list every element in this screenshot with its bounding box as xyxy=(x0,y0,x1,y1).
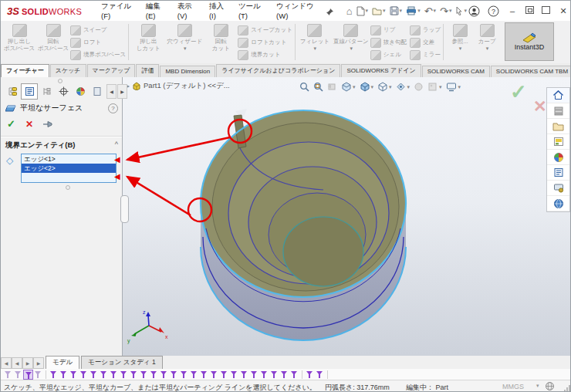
filter-solid-bodies-icon[interactable] xyxy=(89,370,99,380)
tab-scroll-left[interactable]: ◀ xyxy=(106,84,117,99)
redo-button[interactable]: ↷▾ xyxy=(438,5,453,18)
filter-notes-icon[interactable] xyxy=(199,370,209,380)
filter-dimensions-icon[interactable] xyxy=(169,370,179,380)
menu-edit[interactable]: 編集(E) xyxy=(140,0,172,23)
previous-view-icon[interactable] xyxy=(326,81,338,93)
tab-nav-prev[interactable]: ◀ xyxy=(12,357,22,369)
curves-button[interactable]: カーブ▾ xyxy=(474,23,500,52)
propertymanager-tab[interactable] xyxy=(21,83,38,100)
undo-dropdown-caret[interactable]: ▾ xyxy=(434,8,437,14)
save-button[interactable]: ▾ xyxy=(388,5,404,17)
taskpane-appearances-icon[interactable] xyxy=(547,150,569,165)
menu-tools[interactable]: ツール(T) xyxy=(233,0,271,23)
tab-scroll-right[interactable]: ▶ xyxy=(117,84,127,99)
filter-routing-points-icon[interactable] xyxy=(279,370,289,380)
filter-centerlines-icon[interactable] xyxy=(159,370,169,380)
filter-midpoints-icon[interactable] xyxy=(139,370,149,380)
filter-center-marks-icon[interactable] xyxy=(149,370,159,380)
tags-globe-icon[interactable] xyxy=(545,381,555,391)
filter-surface-finish-icon[interactable] xyxy=(179,370,189,380)
loft-cut-button[interactable]: ロフトカット xyxy=(238,37,292,48)
filter-hatch-icon[interactable] xyxy=(289,370,299,380)
fillet-caret[interactable]: ▾ xyxy=(314,46,317,52)
user-account-icon[interactable] xyxy=(468,5,480,17)
apply-scene-icon[interactable]: ▾ xyxy=(427,81,443,93)
help-icon[interactable]: ? xyxy=(488,5,499,17)
zoom-area-icon[interactable] xyxy=(313,81,324,93)
tab-markup[interactable]: マークアップ xyxy=(87,64,136,77)
tab-evaluate[interactable]: 評価 xyxy=(136,64,159,77)
filter-planes-icon[interactable] xyxy=(109,370,119,380)
linear-pattern-button[interactable]: 直線パターン▾ xyxy=(332,23,370,52)
filter-datums-icon[interactable] xyxy=(229,370,239,380)
filter-cosmetic-threads-icon[interactable] xyxy=(259,370,269,380)
filter-sketch-points-icon[interactable] xyxy=(119,370,129,380)
select-button[interactable]: ▾ xyxy=(454,5,468,17)
select-dropdown-caret[interactable]: ▾ xyxy=(464,8,467,14)
edit-appearance-icon[interactable] xyxy=(413,81,424,93)
shell-button[interactable]: シェル xyxy=(370,49,407,60)
filter-surface-bodies-icon[interactable] xyxy=(79,370,89,380)
tab-nav-last[interactable]: ▶ xyxy=(33,357,44,369)
fillet-button[interactable]: フィレット▾ xyxy=(298,23,332,52)
home-button[interactable]: ⌂ xyxy=(345,5,354,18)
intersect-button[interactable]: 交差 xyxy=(410,37,441,48)
zoom-fit-icon[interactable] xyxy=(299,81,310,93)
filter-faces-icon[interactable] xyxy=(69,370,79,380)
tab-solidworks-cam-tbm[interactable]: SOLIDWORKS CAM TBM xyxy=(491,66,571,77)
extrude-boss-button[interactable]: 押し出し ボス/ベース xyxy=(2,23,36,52)
filter-weld-beads-icon[interactable] xyxy=(219,370,229,380)
save-dropdown-caret[interactable]: ▾ xyxy=(400,8,403,14)
boundary-boss-button[interactable]: 境界ボス/ベース xyxy=(70,49,126,60)
new-dropdown-caret[interactable]: ▾ xyxy=(366,8,369,14)
displaymanager-tab[interactable] xyxy=(72,83,89,100)
open-button[interactable]: ▾ xyxy=(370,5,387,17)
filter-icon[interactable] xyxy=(13,370,23,380)
menu-window[interactable]: ウィンドウ(W) xyxy=(271,0,324,23)
panel-splitter-pill[interactable] xyxy=(120,195,129,223)
view-settings-icon[interactable]: ▾ xyxy=(445,81,462,93)
sweep-cut-button[interactable]: スイープカット xyxy=(238,25,292,35)
view-orientation-icon[interactable]: ▾ xyxy=(359,81,375,93)
tab-nav-next[interactable]: ▶ xyxy=(22,357,33,369)
menu-insert[interactable]: 挿入(I) xyxy=(204,0,233,23)
confirm-cancel-button[interactable]: ✕ xyxy=(533,97,547,116)
taskpane-3d-contentcentral-icon[interactable] xyxy=(547,196,569,211)
undo-button[interactable]: ↶▾ xyxy=(423,5,438,18)
instant3d-button[interactable]: Instant3D xyxy=(505,22,554,61)
filter-geometric-tolerances-icon[interactable] xyxy=(189,370,199,380)
print-dropdown-caret[interactable]: ▾ xyxy=(417,8,421,14)
units-dropdown-caret[interactable]: ▾ xyxy=(536,383,539,389)
dimxpertmanager-tab[interactable] xyxy=(55,83,72,100)
maximize-button[interactable] xyxy=(542,6,550,15)
hole-wizard-caret[interactable]: ▾ xyxy=(184,46,187,52)
taskpane-design-library-icon[interactable] xyxy=(547,103,569,119)
reference-caret[interactable]: ▾ xyxy=(459,46,462,52)
revolve-cut-button[interactable]: 回転 カット xyxy=(204,23,238,52)
cam-manager-tab[interactable] xyxy=(89,83,106,100)
dock-button[interactable] xyxy=(525,6,534,15)
filter-icon[interactable] xyxy=(33,370,43,380)
filter-edges-icon[interactable] xyxy=(59,370,69,380)
tab-mbd-dimension[interactable]: MBD Dimension xyxy=(160,66,215,77)
extrude-cut-button[interactable]: 押し出 しカット xyxy=(131,23,165,52)
toggle-filter-icon[interactable] xyxy=(23,370,33,380)
edge-list-item-empty[interactable] xyxy=(22,173,116,182)
featuremanager-tree-tab[interactable] xyxy=(4,83,21,100)
redo-dropdown-caret[interactable]: ▾ xyxy=(449,8,452,14)
taskpane-view-palette-icon[interactable] xyxy=(547,134,569,150)
wrap-button[interactable]: ラップ xyxy=(410,25,441,35)
curves-caret[interactable]: ▾ xyxy=(486,46,489,52)
model-tab[interactable]: モデル xyxy=(46,356,79,369)
filter-axes-icon[interactable] xyxy=(99,370,109,380)
edge-list-item[interactable]: エッジ<1> xyxy=(22,154,116,164)
configurationmanager-tab[interactable] xyxy=(38,83,55,100)
filter-datum-targets-icon[interactable] xyxy=(239,370,249,380)
taskpane-home-icon[interactable] xyxy=(547,88,569,103)
tab-sketch[interactable]: スケッチ xyxy=(50,64,86,77)
tab-solidworks-addins[interactable]: SOLIDWORKS アドイン xyxy=(341,64,421,77)
new-document-button[interactable]: ▾ xyxy=(355,5,370,18)
pm-cancel-button[interactable]: ✕ xyxy=(25,119,33,130)
close-button[interactable]: ✕ xyxy=(558,6,569,16)
draft-button[interactable]: 抜き勾配 xyxy=(370,37,407,48)
